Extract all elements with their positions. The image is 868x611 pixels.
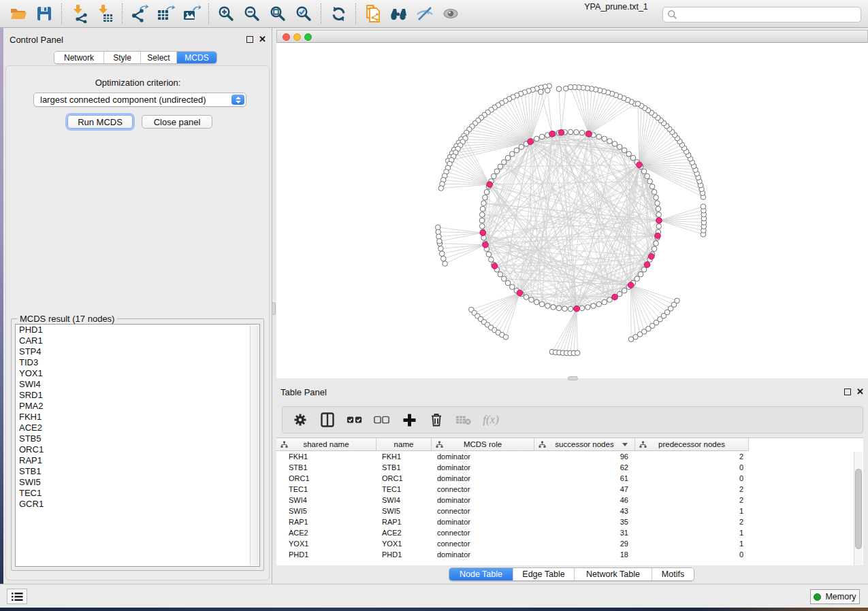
table-cell: STB1	[376, 462, 432, 473]
zoom-out-icon[interactable]	[239, 3, 265, 24]
mcds-result-item[interactable]: PMA2	[16, 401, 259, 412]
table-row[interactable]: ORC1ORC1dominator610	[276, 473, 852, 484]
toolbar-separator	[122, 3, 123, 24]
mcds-result-item[interactable]: STB1	[16, 466, 259, 477]
mcds-result-item[interactable]: ORC1	[16, 444, 259, 455]
mcds-result-item[interactable]: FKH1	[16, 412, 259, 423]
mcds-result-item[interactable]: PHD1	[16, 325, 259, 335]
column-header-successor-nodes[interactable]: successor nodes	[534, 438, 635, 451]
network-graph[interactable]	[276, 43, 868, 378]
table-row[interactable]: TEC1TEC1connector472	[276, 484, 852, 495]
network-node	[529, 297, 534, 303]
delete-column-icon[interactable]	[428, 412, 445, 427]
network-node	[630, 155, 636, 161]
table-cell: SWI5	[276, 506, 376, 516]
sort-caret-icon[interactable]	[622, 443, 628, 446]
table-row[interactable]: SWI5SWI5connector431	[276, 506, 852, 516]
table-row[interactable]: RAP1RAP1dominator352	[276, 516, 852, 527]
table-cell: connector	[432, 527, 534, 538]
show-panels-button[interactable]	[7, 589, 27, 604]
network-node	[489, 257, 494, 263]
network-node	[479, 212, 485, 218]
tab-select[interactable]: Select	[141, 52, 177, 63]
table-scrollbar-thumb[interactable]	[855, 469, 862, 549]
column-header-predecessor-nodes[interactable]: predecessor nodes	[635, 438, 749, 451]
select-all-icon[interactable]	[347, 415, 363, 425]
table-row[interactable]: PHD1PHD1dominator180	[276, 549, 852, 560]
column-header-name[interactable]: name	[376, 438, 432, 451]
zoom-fit-icon[interactable]	[265, 3, 291, 24]
open-file-icon[interactable]	[5, 3, 31, 24]
network-node	[501, 159, 507, 165]
table-cell: ORC1	[276, 473, 376, 484]
memory-button[interactable]: Memory	[810, 589, 860, 604]
mcds-result-item[interactable]: SRD1	[16, 390, 259, 401]
add-column-icon[interactable]	[401, 413, 417, 427]
mcds-hub-node	[483, 242, 489, 248]
column-header-shared-name[interactable]: shared name	[276, 438, 376, 451]
mcds-hub-node	[480, 230, 486, 236]
mcds-result-item[interactable]: TEC1	[16, 488, 259, 499]
gear-icon[interactable]	[292, 413, 308, 427]
tab-edge-table[interactable]: Edge Table	[513, 568, 575, 580]
maximize-window-icon[interactable]	[304, 33, 312, 41]
float-panel-icon[interactable]	[246, 36, 253, 43]
mcds-result-item[interactable]: TID3	[16, 357, 259, 368]
tab-network[interactable]: Network	[54, 52, 104, 63]
mcds-result-item[interactable]: RAP1	[16, 455, 259, 466]
zoom-in-icon[interactable]	[213, 3, 239, 24]
table-vertical-scrollbar[interactable]	[854, 452, 863, 565]
mcds-result-item[interactable]: STP4	[16, 346, 259, 357]
close-panel-icon[interactable]: ✕	[259, 36, 266, 43]
table-row[interactable]: SWI4SWI4dominator462	[276, 495, 852, 506]
tab-motifs[interactable]: Motifs	[652, 568, 694, 580]
column-layout-icon[interactable]	[319, 412, 336, 427]
mcds-result-item[interactable]: CAR1	[16, 335, 259, 346]
network-window-titlebar[interactable]	[276, 30, 868, 43]
mcds-list-scrollbar[interactable]	[250, 325, 259, 565]
deselect-all-icon[interactable]	[374, 415, 390, 425]
export-image-icon[interactable]	[178, 3, 204, 24]
mcds-result-item[interactable]: YOX1	[16, 368, 259, 379]
minimize-window-icon[interactable]	[293, 33, 301, 41]
run-mcds-button[interactable]: Run MCDS	[67, 115, 133, 129]
mcds-hub-node	[637, 162, 643, 168]
table-cell: 47	[534, 484, 635, 495]
mcds-result-item[interactable]: SWI5	[16, 477, 259, 488]
close-window-icon[interactable]	[283, 33, 290, 41]
mcds-result-item[interactable]: ACE2	[16, 423, 259, 433]
network-view[interactable]	[276, 43, 868, 378]
mcds-result-item[interactable]: STB5	[16, 433, 259, 444]
table-row[interactable]: FKH1FKH1dominator962	[276, 451, 852, 462]
tab-node-table[interactable]: Node Table	[449, 568, 513, 580]
criterion-label: Optimization criterion:	[3, 78, 272, 88]
tab-style[interactable]: Style	[104, 52, 141, 63]
import-table-icon[interactable]	[92, 3, 118, 24]
tab-mcds[interactable]: MCDS	[177, 52, 216, 63]
close-table-panel-icon[interactable]: ✕	[856, 389, 864, 395]
save-session-icon[interactable]	[31, 3, 57, 24]
mcds-hub-node	[648, 254, 654, 260]
float-table-panel-icon[interactable]	[844, 389, 851, 395]
table-row[interactable]: YOX1YOX1connector291	[276, 538, 852, 549]
mcds-result-list[interactable]: PHD1CAR1STP4TID3YOX1SWI4SRD1PMA2FKH1ACE2…	[15, 324, 260, 567]
mcds-hub-node	[528, 139, 534, 145]
network-vertical-scrollbar[interactable]	[272, 302, 276, 315]
network-node	[514, 148, 519, 153]
tab-network-table[interactable]: Network Table	[575, 568, 652, 580]
network-horizontal-scrollbar[interactable]	[568, 376, 578, 380]
table-cell: ORC1	[376, 473, 432, 484]
import-network-icon[interactable]	[66, 3, 92, 24]
export-network-icon[interactable]	[127, 3, 152, 24]
mcds-result-item[interactable]: SWI4	[16, 379, 259, 390]
table-row[interactable]: STB1STB1dominator620	[276, 462, 852, 473]
column-header-MCDS-role[interactable]: MCDS role	[432, 438, 534, 451]
network-node	[481, 201, 487, 206]
table-cell: 1	[635, 506, 749, 516]
table-row[interactable]: ACE2ACE2connector311	[276, 527, 852, 538]
mcds-hub-node	[656, 218, 662, 224]
mcds-result-item[interactable]: GCR1	[16, 499, 259, 510]
export-table-icon[interactable]	[152, 3, 178, 24]
criterion-dropdown[interactable]: largest connected component (undirected)	[33, 93, 246, 107]
close-panel-button[interactable]: Close panel	[142, 115, 212, 129]
